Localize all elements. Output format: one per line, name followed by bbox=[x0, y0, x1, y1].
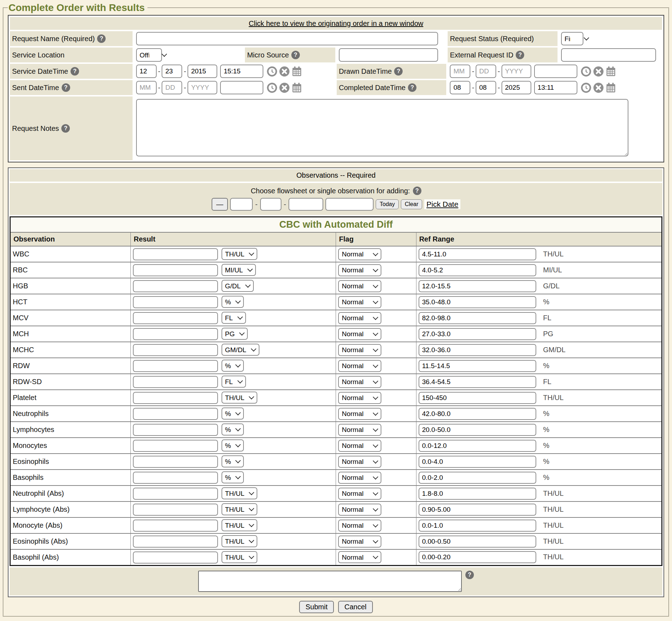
result-unit-select[interactable]: TH/UL bbox=[222, 519, 257, 531]
result-unit-select[interactable]: TH/UL bbox=[222, 535, 257, 547]
drawn-datetime-day-input[interactable] bbox=[476, 65, 496, 78]
chooser-month-input[interactable] bbox=[230, 198, 253, 211]
flag-select[interactable]: Normal bbox=[338, 472, 381, 484]
result-unit-select[interactable]: % bbox=[222, 407, 244, 420]
flag-select[interactable]: Normal bbox=[338, 504, 381, 516]
result-input[interactable] bbox=[133, 488, 218, 500]
calendar-icon[interactable] bbox=[605, 66, 616, 77]
result-unit-select[interactable]: TH/UL bbox=[222, 487, 257, 499]
result-unit-select[interactable]: G/DL bbox=[222, 280, 254, 292]
ref-range-input[interactable] bbox=[419, 312, 536, 324]
flag-select[interactable]: Normal bbox=[338, 536, 381, 548]
flag-select[interactable]: Normal bbox=[338, 440, 381, 452]
result-unit-select[interactable]: % bbox=[222, 471, 244, 483]
flag-select[interactable]: Normal bbox=[338, 296, 381, 308]
service-datetime-year-input[interactable] bbox=[187, 65, 217, 78]
result-unit-select[interactable]: PG bbox=[222, 328, 248, 340]
drawn-datetime-year-input[interactable] bbox=[502, 65, 531, 78]
chooser-year-input[interactable] bbox=[289, 198, 323, 211]
result-input[interactable] bbox=[133, 551, 218, 564]
result-input[interactable] bbox=[133, 376, 218, 388]
ref-range-input[interactable] bbox=[419, 328, 536, 340]
clear-button[interactable]: Clear bbox=[401, 199, 422, 209]
ref-range-input[interactable] bbox=[419, 248, 536, 260]
result-unit-select[interactable]: % bbox=[222, 296, 244, 308]
flag-select[interactable]: Normal bbox=[338, 264, 381, 276]
clear-circle-icon[interactable] bbox=[593, 66, 604, 77]
result-unit-select[interactable]: TH/UL bbox=[222, 503, 257, 515]
sent-datetime-month-input[interactable] bbox=[136, 81, 157, 94]
completed-datetime-year-input[interactable] bbox=[502, 81, 531, 94]
result-input[interactable] bbox=[133, 472, 218, 484]
flag-select[interactable]: Normal bbox=[338, 392, 381, 404]
result-input[interactable] bbox=[133, 504, 218, 516]
chooser-day-input[interactable] bbox=[260, 198, 281, 211]
calendar-icon[interactable] bbox=[291, 66, 302, 77]
ref-range-input[interactable] bbox=[419, 392, 536, 404]
result-unit-select[interactable]: FL bbox=[222, 312, 246, 324]
ref-range-input[interactable] bbox=[419, 376, 536, 388]
result-unit-select[interactable]: GM/DL bbox=[222, 344, 259, 356]
ref-range-input[interactable] bbox=[419, 440, 536, 452]
flag-select[interactable]: Normal bbox=[338, 488, 381, 500]
ref-range-input[interactable] bbox=[419, 551, 536, 563]
result-unit-select[interactable]: % bbox=[222, 360, 244, 372]
result-unit-select[interactable]: % bbox=[222, 455, 244, 467]
today-button[interactable]: Today bbox=[376, 199, 399, 209]
completed-datetime-day-input[interactable] bbox=[476, 81, 496, 94]
ref-range-input[interactable] bbox=[419, 504, 536, 516]
result-input[interactable] bbox=[133, 296, 218, 308]
remove-flowsheet-button[interactable]: — bbox=[212, 198, 228, 211]
result-input[interactable] bbox=[133, 360, 218, 372]
ref-range-input[interactable] bbox=[419, 456, 536, 468]
flag-select[interactable]: Normal bbox=[338, 280, 381, 292]
request-name-input[interactable] bbox=[136, 32, 438, 45]
sent-datetime-year-input[interactable] bbox=[187, 81, 217, 94]
flag-select[interactable]: Normal bbox=[338, 408, 381, 420]
chooser-time-input[interactable] bbox=[325, 198, 374, 211]
result-input[interactable] bbox=[133, 408, 218, 420]
result-comment-textarea[interactable] bbox=[198, 571, 462, 592]
flag-select[interactable]: Normal bbox=[338, 424, 381, 436]
flag-select[interactable]: Normal bbox=[338, 456, 381, 468]
service-datetime-month-input[interactable] bbox=[136, 65, 157, 78]
flag-select[interactable]: Normal bbox=[338, 376, 381, 388]
result-input[interactable] bbox=[133, 392, 218, 404]
result-input[interactable] bbox=[133, 312, 218, 324]
clear-circle-icon[interactable] bbox=[279, 82, 290, 93]
ref-range-input[interactable] bbox=[419, 488, 536, 500]
calendar-icon[interactable] bbox=[291, 82, 302, 93]
drawn-datetime-time-input[interactable] bbox=[534, 65, 577, 78]
result-input[interactable] bbox=[133, 456, 218, 468]
ref-range-input[interactable] bbox=[419, 296, 536, 308]
ref-range-input[interactable] bbox=[419, 264, 536, 276]
clock-icon[interactable] bbox=[267, 66, 278, 77]
ref-range-input[interactable] bbox=[419, 344, 536, 356]
flag-select[interactable]: Normal bbox=[338, 360, 381, 372]
service-datetime-time-input[interactable] bbox=[220, 65, 263, 78]
result-input[interactable] bbox=[133, 424, 218, 436]
ref-range-input[interactable] bbox=[419, 520, 536, 532]
clock-icon[interactable] bbox=[581, 66, 592, 77]
flag-select[interactable]: Normal bbox=[338, 312, 381, 324]
request-notes-textarea[interactable] bbox=[136, 99, 629, 156]
result-input[interactable] bbox=[133, 440, 218, 452]
ref-range-input[interactable] bbox=[419, 280, 536, 292]
external-request-id-input[interactable] bbox=[561, 48, 656, 62]
result-input[interactable] bbox=[133, 344, 218, 356]
ref-range-input[interactable] bbox=[419, 424, 536, 436]
ref-range-input[interactable] bbox=[419, 472, 536, 484]
pick-date-link[interactable]: Pick Date bbox=[424, 199, 460, 209]
request-status-select[interactable]: Final bbox=[561, 32, 583, 45]
completed-datetime-month-input[interactable] bbox=[450, 81, 470, 94]
service-location-select[interactable]: Office bbox=[136, 48, 162, 62]
result-input[interactable] bbox=[133, 328, 218, 340]
flag-select[interactable]: Normal bbox=[338, 328, 381, 340]
flag-select[interactable]: Normal bbox=[338, 344, 381, 356]
view-originating-order-link[interactable]: Click here to view the originating order… bbox=[249, 20, 423, 27]
ref-range-input[interactable] bbox=[419, 536, 536, 548]
ref-range-input[interactable] bbox=[419, 408, 536, 420]
micro-source-input[interactable] bbox=[339, 48, 438, 62]
sent-datetime-day-input[interactable] bbox=[162, 81, 182, 94]
result-unit-select[interactable]: TH/UL bbox=[222, 392, 257, 404]
